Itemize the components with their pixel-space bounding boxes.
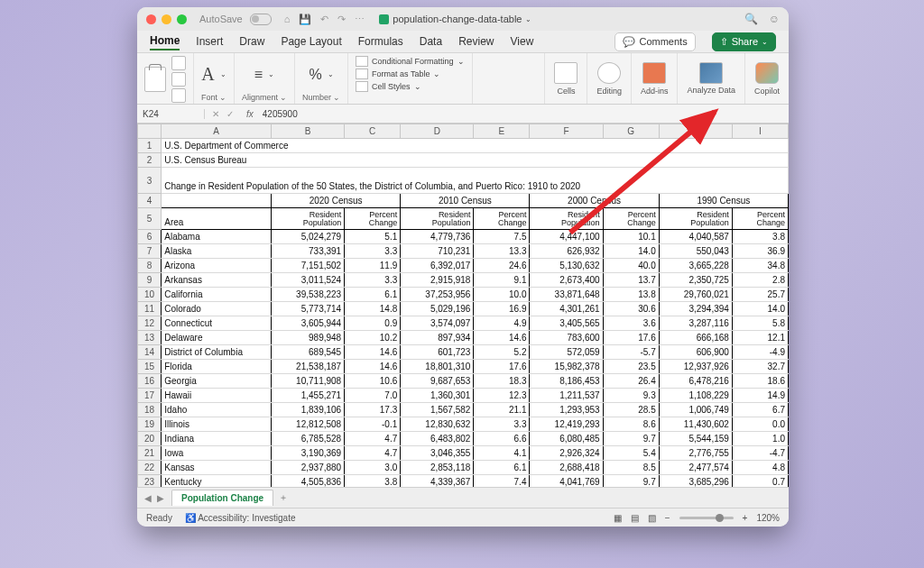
- cell[interactable]: 3.3: [474, 417, 530, 432]
- cell[interactable]: 8.5: [603, 461, 659, 475]
- save-icon[interactable]: 💾: [299, 14, 311, 25]
- cell[interactable]: Connecticut: [162, 316, 272, 331]
- cell[interactable]: 32.7: [732, 360, 788, 374]
- cell[interactable]: Kentucky: [162, 475, 272, 488]
- col-header[interactable]: B: [272, 124, 345, 139]
- cell[interactable]: -4.9: [732, 345, 788, 360]
- paste-icon[interactable]: [144, 67, 166, 92]
- cell[interactable]: California: [162, 288, 272, 302]
- sheet-next-icon[interactable]: ▶: [157, 493, 164, 503]
- col-header[interactable]: A: [162, 124, 272, 139]
- cell[interactable]: 17.3: [345, 403, 401, 417]
- tab-data[interactable]: Data: [420, 33, 442, 50]
- cell[interactable]: 18.3: [474, 374, 530, 389]
- autosave-toggle[interactable]: [250, 14, 272, 25]
- cell[interactable]: 37,253,956: [401, 288, 474, 302]
- cell[interactable]: 12.3: [474, 389, 530, 403]
- cell[interactable]: 5,544,159: [659, 432, 732, 446]
- cell[interactable]: 2,350,725: [659, 273, 732, 288]
- cell[interactable]: 989,948: [272, 331, 345, 345]
- cell[interactable]: 40.0: [603, 259, 659, 273]
- cell[interactable]: Alaska: [162, 244, 272, 259]
- cell[interactable]: Georgia: [162, 374, 272, 389]
- cell[interactable]: 12,812,508: [272, 417, 345, 432]
- cell[interactable]: 17.6: [474, 360, 530, 374]
- cell[interactable]: 2,853,118: [401, 461, 474, 475]
- cell[interactable]: 0.9: [345, 316, 401, 331]
- cell[interactable]: 3,574,097: [401, 316, 474, 331]
- cell[interactable]: 3,190,369: [272, 446, 345, 461]
- cell[interactable]: 4,505,836: [272, 475, 345, 488]
- name-box[interactable]: K24: [137, 109, 205, 119]
- add-sheet-button[interactable]: ＋: [279, 491, 288, 504]
- cell[interactable]: 18,801,310: [401, 360, 474, 374]
- cell[interactable]: 5.4: [603, 446, 659, 461]
- cell[interactable]: 0.0: [732, 417, 788, 432]
- cell[interactable]: 6,478,216: [659, 374, 732, 389]
- ribbon-addins[interactable]: Add-ins: [631, 53, 678, 104]
- view-page-icon[interactable]: ▤: [631, 513, 639, 523]
- cut-icon[interactable]: [171, 56, 186, 70]
- cell[interactable]: Indiana: [162, 432, 272, 446]
- cell[interactable]: 6,392,017: [401, 259, 474, 273]
- cell[interactable]: 10.1: [603, 230, 659, 244]
- cell[interactable]: Florida: [162, 360, 272, 374]
- tab-insert[interactable]: Insert: [196, 33, 223, 50]
- close-icon[interactable]: [146, 14, 156, 24]
- cell[interactable]: 9,687,653: [401, 374, 474, 389]
- cell[interactable]: 897,934: [401, 331, 474, 345]
- share-button[interactable]: ⇧Share⌄: [712, 32, 776, 51]
- cell[interactable]: 601,723: [401, 345, 474, 360]
- cell[interactable]: 5.8: [732, 316, 788, 331]
- tab-page-layout[interactable]: Page Layout: [281, 33, 341, 50]
- cell[interactable]: 23.5: [603, 360, 659, 374]
- align-icon[interactable]: ≡: [254, 67, 263, 83]
- cell[interactable]: Idaho: [162, 403, 272, 417]
- cell[interactable]: 572,059: [530, 345, 603, 360]
- cell[interactable]: 33,871,648: [530, 288, 603, 302]
- cell[interactable]: 733,391: [272, 244, 345, 259]
- ribbon-editing[interactable]: Editing: [587, 53, 631, 104]
- cell[interactable]: 21,538,187: [272, 360, 345, 374]
- cell[interactable]: 6.1: [474, 461, 530, 475]
- fx-icon[interactable]: fx: [241, 109, 259, 119]
- ribbon-cells[interactable]: Cells: [544, 53, 587, 104]
- cell[interactable]: -5.7: [603, 345, 659, 360]
- cell[interactable]: Illinois: [162, 417, 272, 432]
- enter-icon[interactable]: ✓: [226, 109, 234, 119]
- cell[interactable]: 626,932: [530, 244, 603, 259]
- cell[interactable]: 28.5: [603, 403, 659, 417]
- cell[interactable]: 666,168: [659, 331, 732, 345]
- cell[interactable]: 14.6: [474, 331, 530, 345]
- number-icon[interactable]: %: [309, 67, 321, 83]
- cell[interactable]: 14.0: [732, 302, 788, 316]
- col-header[interactable]: I: [732, 124, 788, 139]
- cell[interactable]: 5.2: [474, 345, 530, 360]
- cell[interactable]: 7.5: [474, 230, 530, 244]
- cell[interactable]: 2,915,918: [401, 273, 474, 288]
- cell[interactable]: 4.7: [345, 446, 401, 461]
- sheet-tab[interactable]: Population Change: [171, 490, 273, 506]
- cell[interactable]: Colorado: [162, 302, 272, 316]
- cell[interactable]: 6,785,528: [272, 432, 345, 446]
- cell[interactable]: 1.0: [732, 432, 788, 446]
- cell[interactable]: 10.0: [474, 288, 530, 302]
- cell[interactable]: 9.7: [603, 432, 659, 446]
- cell[interactable]: U.S. Department of Commerce: [162, 139, 789, 153]
- cell[interactable]: 3,665,228: [659, 259, 732, 273]
- cell[interactable]: 6.1: [345, 288, 401, 302]
- cell[interactable]: 14.6: [345, 345, 401, 360]
- cell[interactable]: 689,545: [272, 345, 345, 360]
- cell[interactable]: 3,605,944: [272, 316, 345, 331]
- spreadsheet-grid[interactable]: ABCDEFGHI1U.S. Department of Commerce2U.…: [137, 124, 789, 487]
- cell[interactable]: 13.3: [474, 244, 530, 259]
- cell[interactable]: 6.6: [474, 432, 530, 446]
- cell[interactable]: 14.9: [732, 389, 788, 403]
- cell[interactable]: 3.6: [603, 316, 659, 331]
- cell[interactable]: -0.1: [345, 417, 401, 432]
- ribbon-analyze-data[interactable]: Analyze Data: [677, 53, 744, 104]
- cell[interactable]: 2,776,755: [659, 446, 732, 461]
- cell[interactable]: 8,186,453: [530, 374, 603, 389]
- formula-input[interactable]: 4205900: [259, 109, 301, 119]
- minimize-icon[interactable]: [162, 14, 171, 24]
